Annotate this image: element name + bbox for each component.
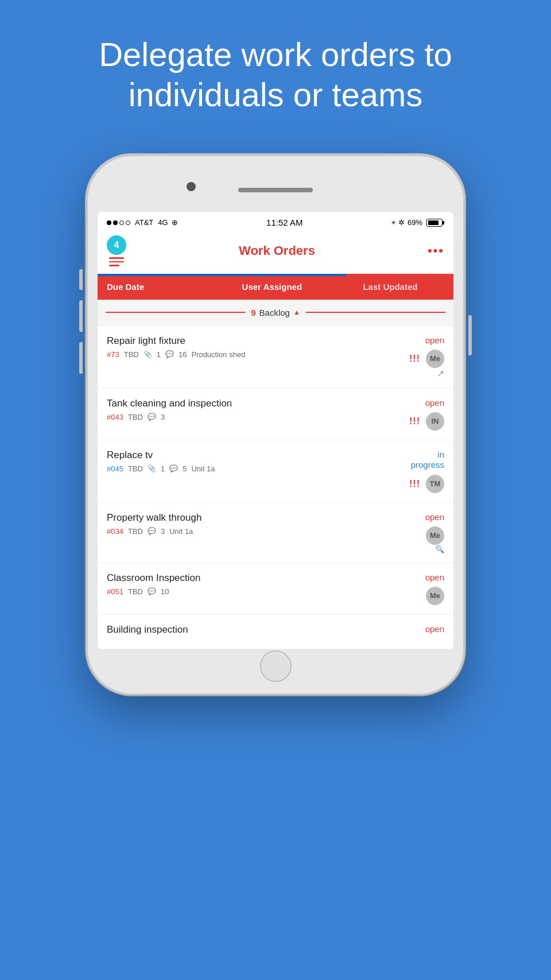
col-header-due-date: Due Date xyxy=(98,274,233,300)
card-title-5: Classroom Inspection xyxy=(107,572,364,584)
card-actions-1: !!! Me xyxy=(409,350,444,368)
card-left-3: Replace tv #045 TBD 📎 1 💬 5 Unit 1a xyxy=(107,450,364,493)
volume-up-button[interactable] xyxy=(79,269,83,290)
status-bar: AT&T 4G ⊕ 11:52 AM ⌖ ✲ 69% xyxy=(98,212,453,231)
card-tbd-4: TBD xyxy=(128,527,143,536)
speaker-icon xyxy=(238,188,313,192)
card-title-6: Building inspection xyxy=(107,624,364,636)
headline-line2: individuals or teams xyxy=(129,76,423,113)
phone-top xyxy=(98,166,453,212)
backlog-arrow: ▲ xyxy=(293,308,300,316)
attachment-count-3: 1 xyxy=(161,464,165,473)
side-buttons-left xyxy=(79,269,83,374)
col-header-last-updated: Last Updated xyxy=(354,274,453,300)
work-order-card-2[interactable]: Tank cleaning and inspection #043 TBD 💬 … xyxy=(98,389,453,440)
location-3: Unit 1a xyxy=(191,464,215,473)
activity-spinner: ⊕ xyxy=(172,218,178,227)
backlog-line-right xyxy=(306,312,445,313)
carrier-label: AT&T xyxy=(135,218,153,227)
signal-dot-4 xyxy=(126,220,130,225)
card-tbd-3: TBD xyxy=(128,464,143,473)
menu-line-1 xyxy=(109,257,124,259)
assignee-badge-2: IN xyxy=(426,412,444,431)
assignee-badge-1: Me xyxy=(426,350,444,368)
card-left-2: Tank cleaning and inspection #043 TBD 💬 … xyxy=(107,398,364,431)
card-title-4: Property walk through xyxy=(107,512,364,524)
card-right-2: open !!! IN xyxy=(364,398,444,431)
status-4: open xyxy=(425,512,444,522)
notification-badge[interactable]: 4 xyxy=(107,235,126,266)
card-right-1: open !!! Me ↗ xyxy=(364,335,444,379)
card-tbd-2: TBD xyxy=(128,413,143,421)
card-id-5: #051 xyxy=(107,587,123,596)
card-title-1: Repair light fixture xyxy=(107,335,364,347)
assignee-badge-4: Me xyxy=(426,526,444,545)
app-title: Work Orders xyxy=(239,243,315,258)
status-5: open xyxy=(425,572,444,582)
backlog-row[interactable]: 9 Backlog ▲ xyxy=(98,300,453,326)
backlog-line-left xyxy=(106,312,245,313)
comment-icon-5: 💬 xyxy=(148,587,156,595)
app-header: 4 Work Orders ••• xyxy=(98,231,453,274)
status-6: open xyxy=(425,624,444,634)
network-type-label: 4G xyxy=(158,218,168,227)
volume-down-button[interactable] xyxy=(79,300,83,332)
priority-icon-1: !!! xyxy=(409,354,420,364)
assignee-badge-3: TM xyxy=(426,475,444,493)
attachment-count-1: 1 xyxy=(157,350,161,359)
card-left-5: Classroom Inspection #051 TBD 💬 10 xyxy=(107,572,364,605)
work-order-card-6[interactable]: Building inspection open xyxy=(98,615,453,649)
search-icon-4: 🔍 xyxy=(435,545,444,553)
assignee-badge-5: Me xyxy=(426,587,444,605)
headline: Delegate work orders to individuals or t… xyxy=(0,0,551,143)
work-order-card-3[interactable]: Replace tv #045 TBD 📎 1 💬 5 Unit 1a inpr xyxy=(98,440,453,503)
card-right-5: open Me xyxy=(364,572,444,605)
location-icon: ⌖ xyxy=(391,218,395,227)
status-right: ⌖ ✲ 69% xyxy=(391,218,444,227)
card-meta-3: #045 TBD 📎 1 💬 5 Unit 1a xyxy=(107,464,364,473)
comment-count-2: 3 xyxy=(161,413,165,421)
phone-container: AT&T 4G ⊕ 11:52 AM ⌖ ✲ 69% xyxy=(0,143,551,695)
badge-count: 4 xyxy=(114,240,119,250)
card-right-4: open Me 🔍 xyxy=(364,512,444,553)
mute-button[interactable] xyxy=(79,342,83,374)
more-button[interactable]: ••• xyxy=(428,243,444,258)
card-left-6: Building inspection xyxy=(107,624,364,640)
card-id-3: #045 xyxy=(107,464,123,473)
comment-count-3: 5 xyxy=(183,464,187,473)
comment-count-4: 3 xyxy=(161,527,165,536)
card-id-2: #043 xyxy=(107,413,123,421)
card-meta-2: #043 TBD 💬 3 xyxy=(107,413,364,421)
comment-count-5: 10 xyxy=(161,587,169,596)
card-left-1: Repair light fixture #73 TBD 📎 1 💬 16 Pr… xyxy=(107,335,364,379)
priority-icon-2: !!! xyxy=(409,416,420,427)
attachment-icon-1: 📎 xyxy=(143,350,152,358)
work-order-card-5[interactable]: Classroom Inspection #051 TBD 💬 10 open … xyxy=(98,563,453,615)
location-1: Production shed xyxy=(191,350,245,359)
card-id-1: #73 xyxy=(107,350,119,359)
work-order-card-1[interactable]: Repair light fixture #73 TBD 📎 1 💬 16 Pr… xyxy=(98,326,453,389)
camera-icon xyxy=(187,182,196,191)
comment-icon-2: 💬 xyxy=(148,413,156,421)
work-order-card-4[interactable]: Property walk through #034 TBD 💬 3 Unit … xyxy=(98,503,453,563)
menu-line-2 xyxy=(109,261,124,263)
status-3: inprogress xyxy=(411,450,444,470)
location-4: Unit 1a xyxy=(169,527,193,536)
comment-count-1: 16 xyxy=(179,350,187,359)
menu-icon xyxy=(109,257,124,266)
card-actions-2: !!! IN xyxy=(409,412,444,431)
comment-icon-1: 💬 xyxy=(165,350,174,358)
power-button[interactable] xyxy=(468,315,472,355)
bluetooth-icon: ✲ xyxy=(398,218,405,227)
phone-screen: AT&T 4G ⊕ 11:52 AM ⌖ ✲ 69% xyxy=(98,212,453,649)
card-meta-5: #051 TBD 💬 10 xyxy=(107,587,364,596)
status-left: AT&T 4G ⊕ xyxy=(107,218,178,227)
side-buttons-right xyxy=(468,315,472,355)
card-actions-4: Me xyxy=(426,526,444,545)
home-button[interactable] xyxy=(260,650,292,682)
comment-icon-4: 💬 xyxy=(148,527,156,535)
card-id-4: #034 xyxy=(107,527,123,536)
col-header-user-assigned: User Assigned xyxy=(233,274,354,300)
column-headers: Due Date User Assigned Last Updated xyxy=(98,274,453,300)
backlog-info: 9 Backlog ▲ xyxy=(251,308,300,317)
